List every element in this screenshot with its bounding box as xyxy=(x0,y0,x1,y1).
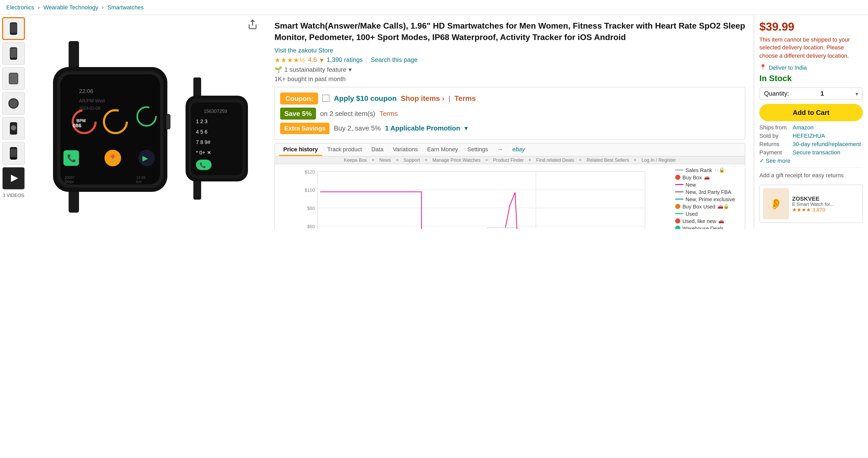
side-product-ad[interactable]: 👂 ZOSKVEE E Smart Watch for... ★★★★ 3,87… xyxy=(760,185,863,223)
legend-used[interactable]: Used xyxy=(675,211,742,217)
coupon-terms-link[interactable]: Terms xyxy=(455,94,476,103)
videos-label: 3 VIDEOS xyxy=(2,193,25,198)
breadcrumb-smartwatches[interactable]: Smartwatches xyxy=(107,4,144,10)
legend-warehouse[interactable]: Warehouse Deals xyxy=(675,225,742,229)
quantity-dropdown-arrow: ▾ xyxy=(856,91,858,96)
save5-badge: Save 5% xyxy=(280,108,316,120)
thumbnail-4[interactable] xyxy=(2,92,25,115)
rating-number: 4.6 xyxy=(308,56,317,64)
svg-point-9 xyxy=(11,125,16,130)
apply-coupon-text[interactable]: Apply $10 coupon xyxy=(334,94,397,103)
gift-text: Add a gift receipt for easy returns xyxy=(760,172,844,178)
chevron-down-icon[interactable]: ▾ xyxy=(320,56,323,64)
svg-text:7  8  9#: 7 8 9# xyxy=(196,139,211,145)
thumbnail-1[interactable] xyxy=(2,17,25,40)
tab-arrow[interactable]: → xyxy=(493,144,507,156)
store-link[interactable]: Visit the zakotu Store xyxy=(274,47,745,54)
legend-sales-rank[interactable]: Sales Rank ↑↓🔒 xyxy=(675,167,742,173)
add-to-cart-button[interactable]: Add to Cart xyxy=(760,104,863,121)
tab-variations[interactable]: Variations xyxy=(389,144,422,156)
tab-track-product[interactable]: Track product xyxy=(323,144,366,156)
thumbnail-6[interactable] xyxy=(2,142,25,165)
thumbnail-video[interactable] xyxy=(2,167,25,190)
coupon-checkbox[interactable] xyxy=(322,95,330,102)
svg-text:Km: Km xyxy=(136,180,142,184)
legend-new-prime[interactable]: New, Prime exclusive xyxy=(675,196,742,202)
svg-rect-36 xyxy=(166,114,170,129)
deliver-to-text[interactable]: Deliver to India xyxy=(769,64,807,70)
thumbnail-5[interactable] xyxy=(2,117,25,140)
svg-text:22:06: 22:06 xyxy=(79,88,93,94)
keepa-manage[interactable]: Manage Price Watches xyxy=(432,157,480,163)
returns-row: Returns 30-day refund/replacement xyxy=(760,141,863,147)
keepa-finder[interactable]: Product Finder xyxy=(493,157,524,163)
deliver-to-row: 📍 Deliver to India xyxy=(760,64,863,71)
sustainability-chevron: ▾ xyxy=(348,66,352,73)
product-image-area: 22:06 AR/PM Wed 2024-02-08 BPM 086 📞 📍 xyxy=(27,15,266,229)
breadcrumb-electronics[interactable]: Electronics xyxy=(6,4,34,10)
shop-items-link[interactable]: Shop items › xyxy=(401,94,444,103)
extra-savings-text: Buy 2, save 5% xyxy=(334,124,381,132)
search-this-page[interactable]: Search this page xyxy=(371,56,417,64)
svg-text:$60: $60 xyxy=(307,224,315,229)
svg-text:Steps: Steps xyxy=(64,180,74,184)
svg-text:$80: $80 xyxy=(307,206,315,211)
keepa-sellers[interactable]: Related Best Sellers xyxy=(587,157,629,163)
chart-legend: Sales Rank ↑↓🔒 Buy Box 🚗 New xyxy=(672,164,745,229)
sustainability-row[interactable]: 🌱 1 sustainability feature ▾ xyxy=(274,66,745,73)
returns-label: Returns xyxy=(760,141,790,147)
quantity-selector[interactable]: Quantity: 1 ▾ xyxy=(760,87,863,100)
legend-used-like-new[interactable]: Used, like new 🚗 xyxy=(675,218,742,224)
price-history-tabs: Price history Track product Data Variati… xyxy=(275,144,745,156)
tab-price-history[interactable]: Price history xyxy=(279,144,322,156)
svg-text:BPM: BPM xyxy=(76,119,86,123)
thumbnail-2[interactable] xyxy=(2,42,25,65)
keepa-deals[interactable]: Find related Deals xyxy=(536,157,574,163)
rating-count[interactable]: 1,390 ratings xyxy=(327,56,363,64)
svg-text:4  5  6: 4 5 6 xyxy=(196,129,207,135)
thumbnail-list: 3 VIDEOS xyxy=(0,15,27,229)
ad-rating: ★★★★ 3,870 xyxy=(792,207,834,212)
legend-new-3p-fba[interactable]: New, 3rd Party FBA xyxy=(675,189,742,195)
keepa-login[interactable]: Log In / Register xyxy=(641,157,676,163)
svg-marker-12 xyxy=(11,175,18,182)
sold-by-value[interactable]: HEFEIZHUA xyxy=(793,132,825,139)
applicable-promotions[interactable]: 1 Applicable Promotion xyxy=(385,124,460,132)
legend-new[interactable]: New xyxy=(675,182,742,188)
svg-text:1  2  3: 1 2 3 xyxy=(196,119,207,124)
svg-rect-11 xyxy=(10,149,17,157)
in-stock-label: In Stock xyxy=(760,74,863,83)
keepa-bar: Keepa Box ✦ News ✦ Support ✦ Manage Pric… xyxy=(275,156,745,164)
legend-buy-box[interactable]: Buy Box 🚗 xyxy=(675,175,742,180)
chart-main: $120 $100 $80 $60 $40 $20 Jun 8 Jun 16 J… xyxy=(275,164,672,229)
breadcrumb: Electronics › Wearable Technology › Smar… xyxy=(0,0,868,15)
quantity-value: 1 xyxy=(820,90,824,97)
keepa-box[interactable]: Keepa Box xyxy=(344,157,367,163)
svg-text:086: 086 xyxy=(73,123,81,128)
tab-ebay[interactable]: ebay xyxy=(508,144,529,156)
main-product-image: 22:06 AR/PM Wed 2024-02-08 BPM 086 📞 📍 xyxy=(32,20,261,229)
extra-savings-row: Extra Savings Buy 2, save 5% 1 Applicabl… xyxy=(280,123,740,134)
coupon-badge: Coupon: xyxy=(280,93,318,104)
coupon-row: Coupon: Apply $10 coupon Shop items › | … xyxy=(280,93,740,104)
returns-value: 30-day refund/replacement xyxy=(793,141,861,147)
thumbnail-3[interactable] xyxy=(2,67,25,90)
svg-rect-1 xyxy=(10,23,17,33)
ships-from-label: Ships from xyxy=(760,124,790,130)
shipping-warning: This item cannot be shipped to your sele… xyxy=(760,36,863,60)
tab-earn-money[interactable]: Earn Money xyxy=(423,144,462,156)
svg-text:20997: 20997 xyxy=(64,176,74,180)
breadcrumb-wearable[interactable]: Wearable Technology xyxy=(43,4,98,10)
tab-settings[interactable]: Settings xyxy=(463,144,492,156)
sold-by-label: Sold by xyxy=(760,132,790,139)
save5-terms[interactable]: Terms xyxy=(379,110,398,118)
keepa-news[interactable]: News xyxy=(379,157,391,163)
legend-buy-box-used[interactable]: Buy Box Used 🚗🔒 xyxy=(675,204,742,210)
tab-data[interactable]: Data xyxy=(367,144,388,156)
product-title: Smart Watch(Answer/Make Calls), 1.96" HD… xyxy=(274,20,745,44)
chevron-down-icon: ▾ xyxy=(464,124,468,132)
see-more-link[interactable]: ✓ See more xyxy=(760,157,863,164)
svg-rect-70 xyxy=(487,228,517,229)
keepa-support[interactable]: Support xyxy=(404,157,420,163)
payment-row: Payment Secure transaction xyxy=(760,149,863,155)
